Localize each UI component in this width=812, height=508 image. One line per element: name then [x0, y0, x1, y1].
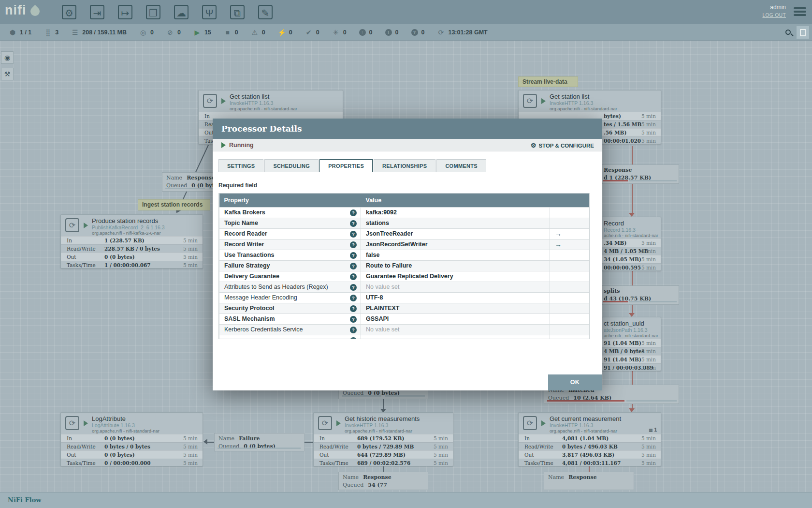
dialog-status-strip: Running ⚙STOP & CONFIGURE [213, 139, 602, 151]
canvas-label-stream-live-data[interactable]: Stream live-data [518, 76, 578, 87]
operate-palette-button[interactable]: ⚒ [1, 68, 14, 80]
tab-properties[interactable]: PROPERTIES [319, 159, 373, 172]
connection-label-failure[interactable]: NameFailureQueued0 (0 bytes) [214, 433, 304, 451]
refresh-status[interactable]: ⟳ 13:01:28 GMT [437, 29, 487, 36]
property-row[interactable]: ? [219, 335, 590, 339]
property-value[interactable]: stations [361, 218, 550, 228]
property-value[interactable]: GSSAPI [361, 314, 550, 324]
last-refresh-time: 13:01:28 GMT [448, 29, 487, 36]
processor-type: LogAttribute 1.16.3 [92, 422, 135, 428]
property-value[interactable]: Route to Failure [361, 260, 550, 271]
go-to-service-cell [550, 218, 590, 228]
help-icon[interactable]: ? [350, 263, 357, 269]
remote-process-group-icon[interactable]: ☁ [174, 5, 188, 19]
global-menu-button[interactable] [794, 7, 806, 17]
property-row[interactable]: Use Transactions?false [219, 250, 590, 260]
go-to-service-arrow-icon[interactable]: → [550, 239, 590, 250]
stale-icon: ↑ [359, 29, 366, 36]
property-name: Kafka Brokers? [219, 207, 361, 218]
template-icon[interactable]: ⧉ [230, 5, 245, 19]
tab-scheduling[interactable]: SCHEDULING [264, 159, 319, 172]
running-icon [541, 98, 546, 104]
funnel-icon[interactable]: Ψ [202, 5, 217, 19]
help-icon[interactable]: ? [350, 220, 357, 227]
logout-link[interactable]: LOG OUT [762, 13, 786, 18]
tab-relationships[interactable]: RELATIONSHIPS [374, 159, 435, 172]
process-group-icon[interactable]: ❐ [146, 5, 160, 19]
property-row[interactable]: Kafka Brokers?kafka:9092 [219, 207, 590, 218]
locally-modified-stale-count: 0 [395, 29, 399, 36]
backpressure-bar [603, 301, 628, 302]
status-counters: ⬢ 1 / 1 ⣿ 3 ☰ 208 / 159.11 MB ◎ 0 ⊘ 0 ▶ … [9, 29, 424, 36]
stop-and-configure-button[interactable]: ⚙STOP & CONFIGURE [531, 142, 594, 149]
help-icon[interactable]: ? [350, 295, 357, 301]
processor-get-current-measurement[interactable]: ⟳ Get current measurement InvokeHTTP 1.1… [518, 412, 661, 466]
help-icon[interactable]: ? [350, 305, 357, 312]
property-row[interactable]: Attributes to Send as Headers (Regex)?No… [219, 282, 590, 292]
current-user-label: admin [762, 4, 786, 11]
property-value[interactable]: No value set [361, 324, 550, 335]
help-icon[interactable]: ? [350, 284, 357, 291]
navigate-palette-button[interactable]: ◉ [1, 51, 14, 64]
property-value[interactable] [361, 335, 550, 339]
connection-label-response-bottom-right[interactable]: NameResponse [544, 472, 634, 490]
property-row[interactable]: Kerberos Credentials Service?No value se… [219, 324, 590, 335]
canvas-label-ingest-station-records[interactable]: Ingest station records [138, 199, 210, 210]
go-to-service-cell [550, 260, 590, 271]
property-row[interactable]: Record Reader?JsonTreeReader→ [219, 228, 590, 239]
connection-line [632, 271, 633, 285]
search-icon[interactable] [785, 30, 791, 35]
go-to-service-cell [550, 335, 590, 339]
processor-stat-row: Tasks/Time 689 / 00:02:02.576 5 min [314, 459, 453, 467]
stale-count: 0 [369, 29, 373, 36]
property-row[interactable]: Record Writer?JsonRecordSetWriter→ [219, 239, 590, 250]
help-icon[interactable]: ? [350, 252, 357, 259]
property-value[interactable]: false [361, 250, 550, 260]
help-icon[interactable]: ? [350, 241, 357, 248]
connection-label-response-bottom-left[interactable]: NameResponseQueued54 (77 [338, 472, 428, 490]
property-value[interactable]: No value set [361, 282, 550, 292]
column-header-extra [550, 194, 590, 207]
output-port-icon[interactable]: ↦ [118, 5, 132, 19]
running-icon [84, 420, 88, 426]
tab-settings[interactable]: SETTINGS [218, 159, 263, 172]
processor-get-historic-measurements[interactable]: ⟳ Get historic measurements InvokeHTTP 1… [313, 412, 453, 466]
property-row[interactable]: Failure Strategy?Route to Failure [219, 260, 590, 271]
property-row[interactable]: SASL Mechanism?GSSAPI [219, 314, 590, 324]
help-icon[interactable]: ? [350, 273, 357, 280]
processor-produce-station-records[interactable]: ⟳ Produce station records PublishKafkaRe… [60, 214, 203, 269]
property-value[interactable]: JsonTreeReader [361, 228, 550, 239]
panel-toggle-button[interactable] [797, 26, 809, 39]
property-row[interactable]: Topic Name?stations [219, 218, 590, 228]
processor-log-attribute[interactable]: ⟳ LogAttribute LogAttribute 1.16.3 org.a… [60, 412, 203, 466]
property-value[interactable]: kafka:9092 [361, 207, 550, 218]
go-to-service-arrow-icon[interactable]: → [550, 228, 590, 239]
help-icon[interactable]: ? [350, 316, 357, 323]
label-icon[interactable]: ✎ [258, 5, 273, 19]
input-port-icon[interactable]: ⇥ [90, 5, 104, 19]
property-value[interactable]: UTF-8 [361, 292, 550, 303]
ok-button[interactable]: OK [548, 374, 602, 390]
status-bar: ⬢ 1 / 1 ⣿ 3 ☰ 208 / 159.11 MB ◎ 0 ⊘ 0 ▶ … [0, 24, 812, 41]
backpressure-bar [626, 400, 677, 402]
processor-stat-row: Out 644 (729.89 MB) 5 min [314, 450, 453, 459]
backpressure-bar [629, 180, 677, 181]
property-value[interactable]: JsonRecordSetWriter [361, 239, 550, 250]
refresh-icon[interactable]: ⟳ [437, 29, 445, 36]
processor-icon: ⟳ [523, 94, 537, 108]
processor-icon: ⟳ [65, 416, 79, 430]
help-icon[interactable]: ? [350, 337, 357, 340]
property-row[interactable]: Message Header Encoding?UTF-8 [219, 292, 590, 303]
help-icon[interactable]: ? [350, 209, 357, 216]
arrowhead-icon [203, 439, 207, 445]
property-row[interactable]: Security Protocol?PLAINTEXT [219, 303, 590, 314]
help-icon[interactable]: ? [350, 327, 357, 333]
property-value[interactable]: Guarantee Replicated Delivery [361, 271, 550, 282]
new-processor-icon[interactable]: ⚙ [62, 5, 76, 19]
processor-stat-row: In 689 (179.52 KB) 5 min [314, 434, 453, 442]
help-icon[interactable]: ? [350, 231, 357, 238]
tab-comments[interactable]: COMMENTS [436, 159, 486, 172]
property-row[interactable]: Delivery Guarantee?Guarantee Replicated … [219, 271, 590, 282]
breadcrumb[interactable]: NiFi Flow [8, 496, 42, 504]
property-value[interactable]: PLAINTEXT [361, 303, 550, 314]
